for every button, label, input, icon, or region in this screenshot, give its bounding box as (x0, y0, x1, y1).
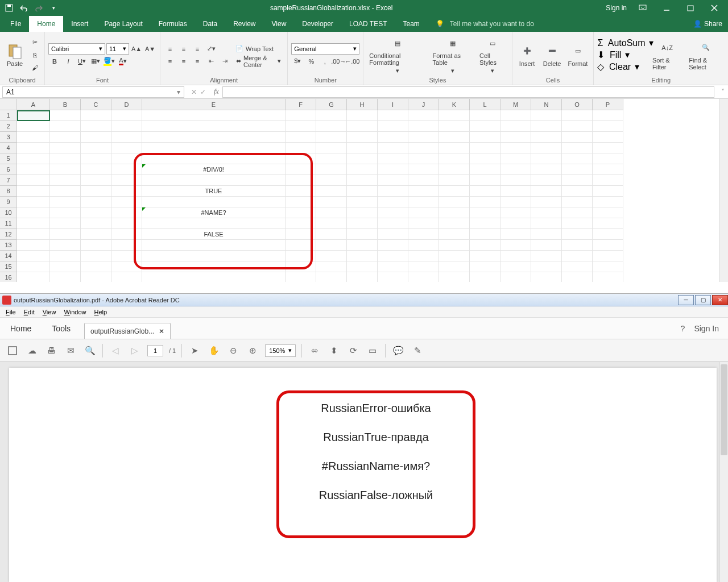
conditional-formatting-button[interactable]: ▤Conditional Formatting▾ (367, 34, 428, 76)
cell-M1[interactable] (500, 110, 531, 121)
col-header-N[interactable]: N (531, 99, 562, 110)
cell-J5[interactable] (408, 153, 439, 164)
cell-M5[interactable] (500, 153, 531, 164)
cell-G8[interactable] (316, 186, 347, 197)
cell-B14[interactable] (50, 251, 81, 261)
cell-H6[interactable] (347, 164, 378, 175)
cell-K4[interactable] (439, 143, 470, 153)
cell-N15[interactable] (531, 261, 562, 272)
tab-file[interactable]: File (2, 16, 29, 32)
search-icon[interactable]: 🔍 (83, 344, 97, 357)
increase-font-icon[interactable]: A▲ (130, 43, 143, 55)
tab-load-test[interactable]: LOAD TEST (341, 16, 395, 32)
font-size-combo[interactable]: 11▾ (106, 43, 129, 55)
col-header-I[interactable]: I (378, 99, 408, 110)
cell-M4[interactable] (500, 143, 531, 153)
cell-J7[interactable] (408, 175, 439, 186)
cell-K3[interactable] (439, 132, 470, 143)
increase-decimal-icon[interactable]: .00→ (332, 56, 345, 67)
save-pdf-icon[interactable] (6, 344, 19, 357)
cell-L10[interactable] (470, 207, 500, 218)
cell-G9[interactable] (316, 197, 347, 207)
cell-P7[interactable] (593, 175, 623, 186)
acro-document-tab[interactable]: outputRussianGlob... ✕ (84, 323, 171, 339)
cell-C8[interactable] (81, 186, 111, 197)
cell-M8[interactable] (500, 186, 531, 197)
cell-I15[interactable] (378, 261, 408, 272)
tab-data[interactable]: Data (195, 16, 225, 32)
cell-I10[interactable] (378, 207, 408, 218)
cell-C3[interactable] (81, 132, 111, 143)
col-header-B[interactable]: B (50, 99, 81, 110)
cell-H2[interactable] (347, 121, 378, 132)
cell-E3[interactable] (142, 132, 286, 143)
share-button[interactable]: 👤 Share (688, 16, 728, 32)
cell-C4[interactable] (81, 143, 111, 153)
font-color-icon[interactable]: A▾ (117, 56, 129, 67)
col-header-J[interactable]: J (408, 99, 439, 110)
cell-N3[interactable] (531, 132, 562, 143)
cell-F15[interactable] (286, 261, 316, 272)
cell-D3[interactable] (111, 132, 142, 143)
cell-M2[interactable] (500, 121, 531, 132)
fit-page-icon[interactable]: ⬍ (327, 344, 341, 357)
cell-P12[interactable] (593, 229, 623, 240)
help-icon[interactable]: ? (681, 324, 685, 333)
cell-I7[interactable] (378, 175, 408, 186)
cell-D11[interactable] (111, 218, 142, 229)
cell-M13[interactable] (500, 240, 531, 251)
cell-G7[interactable] (316, 175, 347, 186)
cell-A10[interactable] (17, 207, 50, 218)
cell-H5[interactable] (347, 153, 378, 164)
cell-O11[interactable] (562, 218, 593, 229)
cell-H3[interactable] (347, 132, 378, 143)
cell-M14[interactable] (500, 251, 531, 261)
cell-K14[interactable] (439, 251, 470, 261)
cell-D6[interactable] (111, 164, 142, 175)
cell-H7[interactable] (347, 175, 378, 186)
qat-dropdown-icon[interactable]: ▾ (49, 3, 58, 13)
cell-F14[interactable] (286, 251, 316, 261)
cell-M7[interactable] (500, 175, 531, 186)
row-header-5[interactable]: 5 (0, 153, 17, 164)
cell-C15[interactable] (81, 261, 111, 272)
cell-A14[interactable] (17, 251, 50, 261)
hand-icon[interactable]: ✋ (207, 344, 221, 357)
row-header-1[interactable]: 1 (0, 110, 17, 121)
cell-A7[interactable] (17, 175, 50, 186)
cell-E16[interactable] (142, 272, 286, 282)
cell-K5[interactable] (439, 153, 470, 164)
row-header-9[interactable]: 9 (0, 197, 17, 207)
cell-C13[interactable] (81, 240, 111, 251)
cell-D4[interactable] (111, 143, 142, 153)
cell-N8[interactable] (531, 186, 562, 197)
cell-F10[interactable] (286, 207, 316, 218)
cell-B8[interactable] (50, 186, 81, 197)
tab-review[interactable]: Review (225, 16, 263, 32)
row-header-4[interactable]: 4 (0, 143, 17, 153)
next-page-icon[interactable]: ▷ (128, 344, 142, 357)
minimize-icon[interactable] (659, 2, 675, 14)
cell-F13[interactable] (286, 240, 316, 251)
cell-E7[interactable] (142, 175, 286, 186)
cell-D14[interactable] (111, 251, 142, 261)
cell-E2[interactable] (142, 121, 286, 132)
cell-N16[interactable] (531, 272, 562, 282)
cell-N1[interactable] (531, 110, 562, 121)
cell-H15[interactable] (347, 261, 378, 272)
cell-J11[interactable] (408, 218, 439, 229)
cell-I4[interactable] (378, 143, 408, 153)
cell-N10[interactable] (531, 207, 562, 218)
orientation-icon[interactable]: ⤢▾ (205, 43, 217, 55)
cell-H1[interactable] (347, 110, 378, 121)
ribbon-options-icon[interactable] (635, 2, 651, 14)
cell-L6[interactable] (470, 164, 500, 175)
cell-L12[interactable] (470, 229, 500, 240)
page-input[interactable] (147, 345, 163, 356)
redo-icon[interactable] (34, 3, 43, 13)
cell-H11[interactable] (347, 218, 378, 229)
wrap-text-button[interactable]: 📄Wrap Text (233, 43, 284, 55)
cell-B3[interactable] (50, 132, 81, 143)
cell-L2[interactable] (470, 121, 500, 132)
row-header-3[interactable]: 3 (0, 132, 17, 143)
